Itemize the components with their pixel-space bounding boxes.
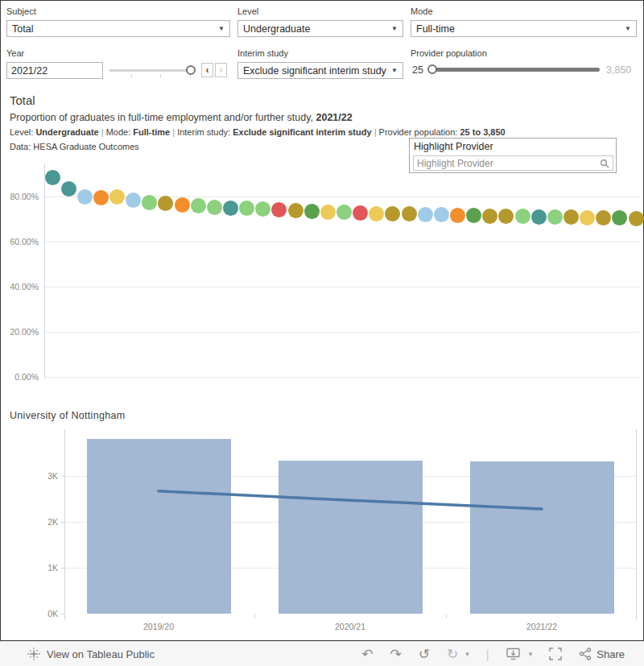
fullscreen-icon[interactable] xyxy=(549,647,562,660)
provider-dot[interactable] xyxy=(629,211,644,226)
provider-bar[interactable] xyxy=(279,461,423,614)
bar-y-axis-line xyxy=(64,429,65,620)
scatter-gridline xyxy=(44,287,640,287)
scatter-y-tick-label: 20.00% xyxy=(0,327,39,337)
provider-dot[interactable] xyxy=(304,204,320,219)
provider-dot[interactable] xyxy=(515,209,530,224)
share-label: Share xyxy=(597,648,625,660)
bar-x-tick-label: 2020/21 xyxy=(318,622,382,631)
provider-dot[interactable] xyxy=(418,207,433,222)
provider-dot[interactable] xyxy=(612,210,627,225)
bar-y-tick-label: 0K xyxy=(24,609,58,618)
toolbar-separator: | xyxy=(486,647,489,661)
provider-dot[interactable] xyxy=(482,209,497,224)
bar-right-axis-line xyxy=(636,429,637,620)
provider-dot[interactable] xyxy=(336,205,352,220)
provider-dot[interactable] xyxy=(320,205,336,220)
scatter-gridline xyxy=(44,332,640,333)
highlight-provider-search[interactable] xyxy=(413,155,613,171)
provider-dot[interactable] xyxy=(239,201,254,216)
scatter-y-tick-label: 0.00% xyxy=(0,372,39,382)
provider-dot[interactable] xyxy=(61,181,76,196)
scatter-y-tick-label: 40.00% xyxy=(0,282,39,292)
bar-x-axis-tick xyxy=(446,614,447,618)
revert-icon[interactable]: ↺ xyxy=(419,647,430,661)
refresh-icon[interactable]: ↻ xyxy=(447,647,458,661)
tableau-logo-icon xyxy=(27,647,40,660)
provider-scatter-chart: 0.00%20.00%40.00%60.00%80.00% xyxy=(0,0,644,403)
scatter-gridline xyxy=(44,242,640,242)
provider-dot[interactable] xyxy=(142,195,157,210)
view-on-tableau-public-link[interactable]: View on Tableau Public xyxy=(27,647,155,660)
provider-dot[interactable] xyxy=(255,201,270,217)
highlight-provider-input[interactable] xyxy=(414,157,600,170)
tableau-dashboard: Subject Total ▼ Level Undergraduate ▼ Mo… xyxy=(0,0,644,666)
provider-dot[interactable] xyxy=(126,192,141,208)
scatter-y-axis-line xyxy=(44,164,45,379)
scatter-y-tick-label: 80.00% xyxy=(0,192,39,201)
highlight-provider-panel: Highlight Provider xyxy=(409,138,617,173)
provider-dot[interactable] xyxy=(564,209,579,225)
provider-dot[interactable] xyxy=(385,206,400,221)
bar-y-tick-label: 3K xyxy=(24,471,58,481)
provider-dot[interactable] xyxy=(353,205,368,221)
provider-bar[interactable] xyxy=(87,439,231,614)
provider-dot[interactable] xyxy=(547,209,563,225)
redo-icon[interactable]: ↷ xyxy=(390,647,402,661)
provider-dot[interactable] xyxy=(191,198,206,213)
provider-dot[interactable] xyxy=(369,206,384,221)
bar-x-axis-tick xyxy=(254,614,255,618)
provider-dot[interactable] xyxy=(531,209,547,225)
share-button[interactable]: Share xyxy=(579,647,625,660)
provider-dot[interactable] xyxy=(498,209,514,224)
bar-y-axis-tick xyxy=(61,476,64,477)
provider-dot[interactable] xyxy=(77,189,93,205)
provider-dot[interactable] xyxy=(93,190,109,205)
refresh-caret-icon[interactable]: ▾ xyxy=(465,650,469,658)
provider-dot[interactable] xyxy=(434,207,449,222)
provider-dot[interactable] xyxy=(45,170,60,185)
provider-chart-title: University of Nottingham xyxy=(10,410,125,421)
bar-x-tick-label: 2021/22 xyxy=(510,622,574,631)
view-on-tableau-public-label: View on Tableau Public xyxy=(47,648,155,660)
bar-y-tick-label: 1K xyxy=(24,563,58,573)
provider-dot[interactable] xyxy=(109,189,125,205)
undo-icon[interactable]: ↶ xyxy=(361,647,373,661)
scatter-y-tick-label: 60.00% xyxy=(0,237,39,246)
provider-dot[interactable] xyxy=(596,210,611,225)
provider-dot[interactable] xyxy=(580,210,595,225)
bar-y-axis-tick xyxy=(61,568,64,569)
tableau-toolbar: View on Tableau Public ↶ ↷ ↺ ↻ ▾ | ▾ xyxy=(0,641,644,666)
provider-dot[interactable] xyxy=(402,206,417,221)
provider-dot[interactable] xyxy=(288,203,303,218)
share-icon xyxy=(579,647,592,660)
search-icon[interactable] xyxy=(600,159,609,168)
provider-dot[interactable] xyxy=(271,202,287,217)
download-icon[interactable] xyxy=(506,647,522,660)
provider-dot[interactable] xyxy=(450,208,465,223)
provider-dot[interactable] xyxy=(158,196,173,211)
bar-y-tick-label: 2K xyxy=(24,517,58,527)
provider-dot[interactable] xyxy=(466,208,481,223)
bar-y-axis-tick xyxy=(61,614,64,614)
provider-trend-chart: 0K1K2K3K2019/202020/212021/22 xyxy=(0,403,644,640)
scatter-gridline xyxy=(44,377,640,378)
provider-bar[interactable] xyxy=(470,461,614,614)
provider-dot[interactable] xyxy=(207,200,222,215)
provider-dot[interactable] xyxy=(223,201,238,216)
bar-y-axis-tick xyxy=(61,522,64,523)
highlight-provider-title: Highlight Provider xyxy=(410,139,616,154)
download-caret-icon[interactable]: ▾ xyxy=(529,650,533,658)
provider-dot[interactable] xyxy=(175,197,190,213)
bar-x-tick-label: 2019/20 xyxy=(126,622,191,631)
